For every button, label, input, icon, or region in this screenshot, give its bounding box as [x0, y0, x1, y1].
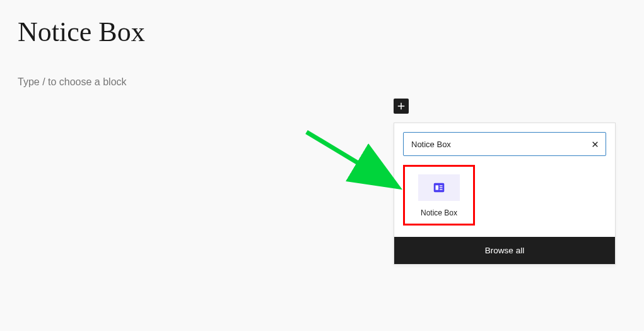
plus-icon	[395, 100, 407, 112]
add-block-button[interactable]	[394, 99, 409, 114]
svg-rect-4	[434, 183, 445, 193]
svg-rect-5	[436, 185, 439, 190]
block-results: Notice Box	[394, 165, 615, 237]
annotation-highlight: Notice Box	[403, 165, 475, 226]
block-inserter-panel: Notice Box Browse all	[394, 123, 616, 265]
block-icon-wrap	[418, 174, 460, 201]
search-box	[403, 132, 606, 156]
page-title: Notice Box	[0, 0, 644, 48]
svg-line-10	[307, 132, 395, 185]
block-label: Notice Box	[421, 208, 457, 217]
svg-rect-7	[440, 187, 443, 188]
close-icon	[591, 140, 599, 148]
clear-search-button[interactable]	[585, 135, 604, 153]
annotation-arrow	[302, 127, 409, 196]
svg-rect-8	[440, 189, 443, 190]
svg-rect-6	[440, 185, 443, 186]
browse-all-button[interactable]: Browse all	[394, 237, 615, 264]
notice-box-icon	[432, 181, 446, 195]
block-placeholder[interactable]: Type / to choose a block	[0, 48, 644, 88]
block-item-notice-box[interactable]: Notice Box	[406, 168, 472, 222]
search-input[interactable]	[404, 133, 585, 155]
